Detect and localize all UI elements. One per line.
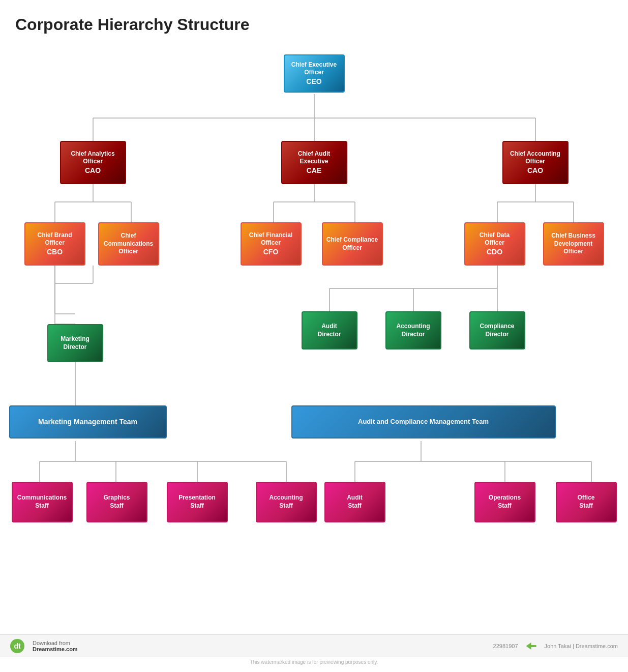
cco2-node: Chief Compliance Officer bbox=[322, 222, 383, 266]
audit-director-node: Audit Director bbox=[302, 311, 357, 349]
cbdo-node: Chief Business Development Officer bbox=[543, 222, 604, 266]
graphics-staff-node: Graphics Staff bbox=[86, 482, 147, 522]
cao-accounting-node: Chief Accounting Officer CAO bbox=[502, 141, 569, 184]
communications-staff-node: Communications Staff bbox=[12, 482, 73, 522]
watermark-subtext: This watermarked image is for previewing… bbox=[0, 657, 628, 667]
watermark-text: Download from Dreamstime.com bbox=[33, 640, 78, 652]
acmt-node: Audit and Compliance Management Team bbox=[291, 405, 556, 439]
cao-analytics-node: Chief Analytics Officer CAO bbox=[60, 141, 126, 184]
accounting-staff-node: Accounting Staff bbox=[256, 482, 317, 522]
audit-staff-node: Audit Staff bbox=[324, 482, 385, 522]
mmt-node: Marketing Management Team bbox=[9, 405, 167, 439]
cae-node: Chief Audit Executive CAE bbox=[281, 141, 347, 184]
page-title: Corporate Hierarchy Structure bbox=[0, 0, 628, 34]
cco-node: Chief Communications Officer bbox=[98, 222, 159, 266]
ceo-node: Chief Executive Officer CEO bbox=[284, 54, 345, 93]
marketing-director-node: Marketing Director bbox=[47, 324, 103, 362]
watermark-credit: John Takai | Dreamstime.com bbox=[545, 643, 618, 649]
watermark-id: 22981907 bbox=[493, 643, 518, 649]
office-staff-node: Office Staff bbox=[556, 482, 617, 522]
dreamstime-icon: dt bbox=[10, 639, 24, 653]
cbo-node: Chief Brand Officer CBO bbox=[24, 222, 85, 266]
cdo-node: Chief Data Officer CDO bbox=[464, 222, 525, 266]
cfo-node: Chief Financial Officer CFO bbox=[241, 222, 302, 266]
accounting-director-node: Accounting Director bbox=[385, 311, 441, 349]
operations-staff-node: Operations Staff bbox=[474, 482, 535, 522]
dreamstime-logo-scissors bbox=[526, 642, 536, 650]
compliance-director-node: Compliance Director bbox=[469, 311, 525, 349]
presentation-staff-node: Presentation Staff bbox=[167, 482, 228, 522]
